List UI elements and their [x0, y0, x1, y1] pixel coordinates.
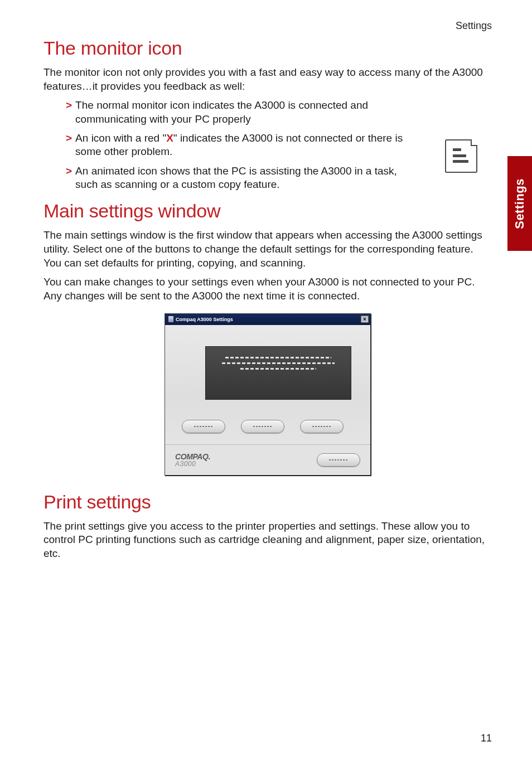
chevron-icon: >	[66, 132, 72, 145]
bullet-item: > An animated icon shows that the PC is …	[66, 164, 412, 192]
running-header: Settings	[43, 20, 492, 32]
brand-logo: COMPAQ. A3000	[175, 453, 210, 467]
feature-button[interactable]	[241, 420, 284, 433]
bullet-pre: An icon with a red "	[75, 132, 166, 144]
feature-button[interactable]	[182, 420, 225, 433]
placeholder-text-line	[222, 362, 335, 364]
close-button[interactable]: ×	[361, 316, 369, 323]
settings-window-screenshot: Compaq A3000 Settings × COMPAQ. A3000	[165, 313, 371, 476]
placeholder-text-line	[225, 357, 331, 358]
app-icon	[168, 316, 173, 322]
thumb-tab-settings: Settings	[507, 156, 532, 251]
heading-monitor-icon: The monitor icon	[43, 37, 492, 59]
chevron-icon: >	[66, 99, 72, 112]
page-number: 11	[481, 733, 492, 744]
window-title: Compaq A3000 Settings	[176, 317, 233, 322]
paragraph-main-1: The main settings window is the first wi…	[43, 229, 492, 270]
paragraph-main-2: You can make changes to your settings ev…	[43, 275, 492, 303]
bullet-item: > The normal monitor icon indicates the …	[66, 99, 412, 126]
bullet-item: > An icon with a red "X" indicates the A…	[66, 132, 412, 159]
window-titlebar: Compaq A3000 Settings ×	[165, 314, 370, 325]
chevron-icon: >	[66, 164, 72, 178]
red-x-char: X	[166, 132, 173, 144]
brand-model-text: A3000	[175, 461, 210, 467]
document-page-icon	[445, 139, 477, 173]
bullet-text: An icon with a red "X" indicates the A30…	[75, 132, 412, 159]
heading-main-settings: Main settings window	[43, 200, 492, 222]
paragraph-print: The print settings give you access to th…	[43, 520, 492, 561]
heading-print-settings: Print settings	[43, 491, 492, 513]
message-panel	[205, 346, 351, 400]
feature-button[interactable]	[300, 420, 344, 433]
placeholder-text-line	[240, 368, 316, 370]
done-button[interactable]	[317, 453, 360, 467]
paragraph-monitor-intro: The monitor icon not only provides you w…	[43, 66, 492, 93]
brand-logo-text: COMPAQ.	[175, 453, 210, 461]
window-body	[165, 325, 370, 444]
thumb-tab-label: Settings	[512, 178, 527, 229]
window-footer: COMPAQ. A3000	[165, 444, 370, 475]
bullet-text: An animated icon shows that the PC is as…	[75, 164, 412, 192]
bullet-text: The normal monitor icon indicates the A3…	[75, 99, 412, 126]
